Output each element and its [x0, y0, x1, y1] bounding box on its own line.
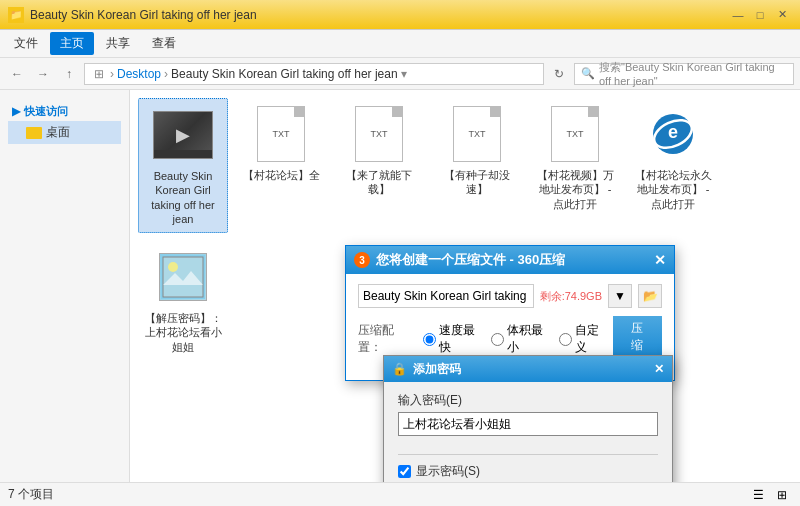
pwd-input-label: 输入密码(E): [398, 392, 658, 409]
dialog-360-close[interactable]: ✕: [654, 252, 666, 268]
list-view-button[interactable]: ☰: [748, 485, 768, 505]
dialog-360-title: 3 您将创建一个压缩文件 - 360压缩 ✕: [346, 246, 674, 274]
compress-button[interactable]: 压缩: [613, 316, 662, 358]
dialog-pwd-body: 输入密码(E) 显示密码(S) 加密文件名(N) (不支持ZIP格式): [384, 382, 672, 482]
dialog-pwd-title-text: 添加密码: [413, 361, 461, 378]
radio-custom-input[interactable]: [559, 333, 572, 346]
window-controls: — □ ✕: [728, 5, 792, 25]
checkbox-show-pwd-input[interactable]: [398, 465, 411, 478]
sidebar-section-quickaccess: ▶ 快速访问 桌面: [0, 98, 129, 148]
address-bar: ← → ↑ ⊞ › Desktop › Beauty Skin Korean G…: [0, 58, 800, 90]
open-button[interactable]: 📂: [638, 284, 662, 308]
dialog-pwd-title: 🔒 添加密码 ✕: [384, 356, 672, 382]
minimize-button[interactable]: —: [728, 5, 748, 25]
chevron-icon: ▶: [12, 105, 20, 118]
divider: [398, 454, 658, 455]
checkbox-show-pwd[interactable]: 显示密码(S): [398, 463, 658, 480]
search-box[interactable]: 🔍 搜索"Beauty Skin Korean Girl taking off …: [574, 63, 794, 85]
pwd-input[interactable]: [398, 412, 658, 436]
sidebar-quickaccess-label: 快速访问: [24, 104, 68, 119]
sidebar-item-desktop[interactable]: 桌面: [8, 121, 121, 144]
search-placeholder: 搜索"Beauty Skin Korean Girl taking off he…: [599, 60, 787, 87]
title-text: Beauty Skin Korean Girl taking off her j…: [30, 8, 728, 22]
sidebar: ▶ 快速访问 桌面: [0, 90, 130, 482]
dialog-360-title-text: 您将创建一个压缩文件 - 360压缩: [376, 251, 565, 269]
radio-custom-label: 自定义: [575, 322, 604, 356]
radio-smallest-label: 体积最小: [507, 322, 547, 356]
sidebar-quickaccess-heading[interactable]: ▶ 快速访问: [8, 102, 121, 121]
close-button[interactable]: ✕: [772, 5, 792, 25]
item-count: 7 个项目: [8, 486, 54, 503]
config-label: 压缩配置：: [358, 322, 411, 356]
breadcrumb: ⊞ › Desktop › Beauty Skin Korean Girl ta…: [84, 63, 544, 85]
radio-custom[interactable]: 自定义: [559, 322, 604, 356]
status-bar: 7 个项目 ☰ ⊞: [0, 482, 800, 506]
360-icon: 3: [354, 252, 370, 268]
filename-input[interactable]: [358, 284, 534, 308]
menu-share[interactable]: 共享: [96, 32, 140, 55]
content-area: ▶ Beauty Skin Korean Girl taking off her…: [130, 90, 800, 482]
view-controls: ☰ ⊞: [748, 485, 792, 505]
radio-smallest-input[interactable]: [491, 333, 504, 346]
folder-icon: [26, 127, 42, 139]
title-bar: 📁 Beauty Skin Korean Girl taking off her…: [0, 0, 800, 30]
radio-fastest[interactable]: 速度最快: [423, 322, 479, 356]
menu-home[interactable]: 主页: [50, 32, 94, 55]
pwd-icon: 🔒: [392, 362, 407, 376]
radio-smallest[interactable]: 体积最小: [491, 322, 547, 356]
sidebar-desktop-label: 桌面: [46, 124, 70, 141]
remaining-space: 剩余:74.9GB: [540, 289, 602, 304]
search-icon: 🔍: [581, 67, 595, 80]
back-button[interactable]: ←: [6, 63, 28, 85]
menu-file[interactable]: 文件: [4, 32, 48, 55]
grid-view-button[interactable]: ⊞: [772, 485, 792, 505]
filename-row: 剩余:74.9GB ▼ 📂: [358, 284, 662, 308]
dialog-overlay: 3 您将创建一个压缩文件 - 360压缩 ✕ 剩余:74.9GB ▼ 📂 压缩配…: [130, 90, 800, 482]
checkbox-show-pwd-label: 显示密码(S): [416, 463, 480, 480]
radio-group: 速度最快 体积最小 自定义: [423, 322, 604, 356]
refresh-button[interactable]: ↻: [548, 63, 570, 85]
breadcrumb-current: Beauty Skin Korean Girl taking off her j…: [171, 67, 398, 81]
app-icon: 📁: [8, 7, 24, 23]
breadcrumb-icon: ⊞: [94, 67, 104, 81]
radio-fastest-input[interactable]: [423, 333, 436, 346]
maximize-button[interactable]: □: [750, 5, 770, 25]
dialog-password: 🔒 添加密码 ✕ 输入密码(E) 显示密码(S): [383, 355, 673, 482]
browse-button[interactable]: ▼: [608, 284, 632, 308]
main-area: ▶ 快速访问 桌面 ▶ Beauty: [0, 90, 800, 482]
breadcrumb-desktop[interactable]: Desktop: [117, 67, 161, 81]
forward-button[interactable]: →: [32, 63, 54, 85]
menu-view[interactable]: 查看: [142, 32, 186, 55]
menu-bar: 文件 主页 共享 查看: [0, 30, 800, 58]
dialog-pwd-close[interactable]: ✕: [654, 362, 664, 376]
up-button[interactable]: ↑: [58, 63, 80, 85]
radio-fastest-label: 速度最快: [439, 322, 479, 356]
